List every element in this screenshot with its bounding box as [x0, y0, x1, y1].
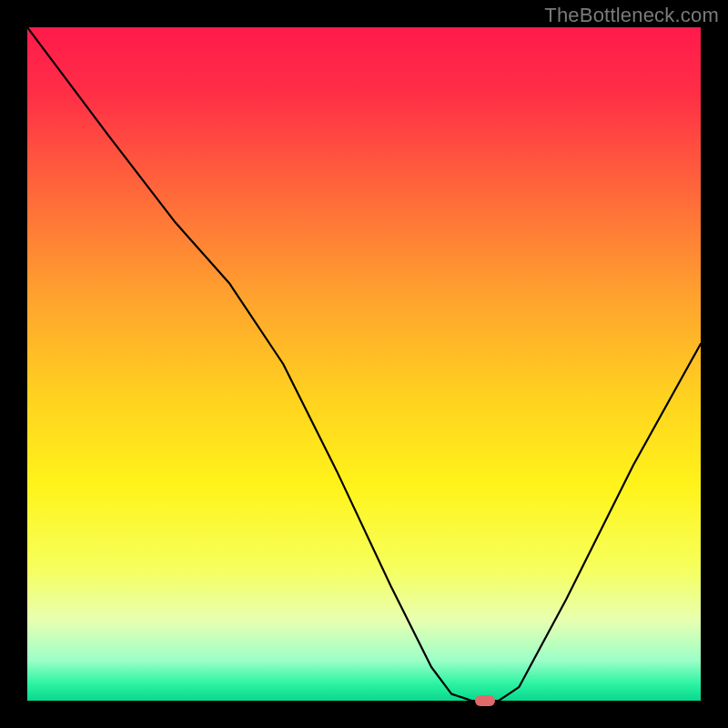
plot-area [27, 27, 701, 701]
watermark-text: TheBottleneck.com [544, 4, 719, 27]
optimal-point-marker [475, 695, 495, 706]
bottleneck-curve [27, 27, 701, 701]
chart-frame: TheBottleneck.com [0, 0, 728, 728]
